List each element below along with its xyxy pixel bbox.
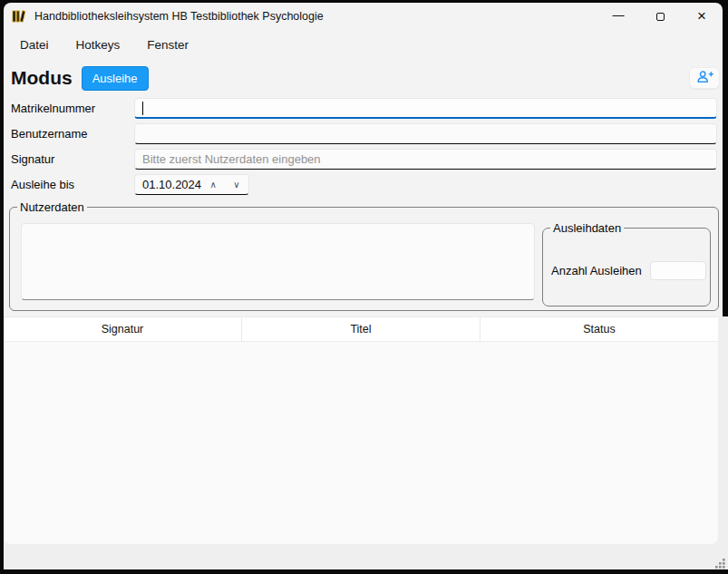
modus-label: Modus — [11, 67, 73, 89]
nutzerdaten-group-title: Nutzerdaten — [17, 200, 87, 214]
mode-row: Modus Ausleihe — [11, 64, 723, 92]
chevron-down-icon: ∨ — [233, 180, 239, 190]
books-icon — [12, 9, 26, 24]
close-button[interactable]: × — [681, 3, 723, 30]
minimize-button[interactable]: — — [597, 3, 639, 30]
menu-fenster[interactable]: Fenster — [147, 38, 189, 52]
maximize-icon — [656, 13, 665, 21]
close-icon: × — [697, 7, 706, 25]
chevron-up-icon: ∧ — [209, 180, 216, 190]
resize-grip-icon[interactable] — [713, 557, 726, 569]
date-increment-button[interactable]: ∧ — [201, 180, 225, 190]
anzahl-ausleihen-row: Anzahl Ausleihen — [551, 261, 706, 280]
text-caret — [142, 102, 143, 115]
anzahl-ausleihen-label: Anzahl Ausleihen — [551, 264, 642, 277]
app-window-bottom: Signatur Titel Status — [4, 316, 728, 569]
signatur-input[interactable] — [134, 149, 717, 170]
app-window-top: Handbibliotheksleihsystem HB Testbibliot… — [4, 3, 723, 316]
loan-form: Matrikelnummer Benutzername Signatur Aus… — [4, 98, 723, 195]
matrikelnummer-label: Matrikelnummer — [11, 98, 134, 115]
minimize-icon: — — [613, 8, 625, 22]
column-header-status[interactable]: Status — [480, 317, 718, 341]
maximize-button[interactable] — [639, 3, 681, 30]
titlebar[interactable]: Handbibliotheksleihsystem HB Testbibliot… — [4, 3, 723, 30]
date-decrement-button[interactable]: ∨ — [225, 180, 248, 190]
signatur-label: Signatur — [11, 149, 134, 166]
ausleihe-bis-value: 01.10.2024 — [135, 178, 201, 191]
ausleihdaten-groupbox: Ausleihdaten Anzahl Ausleihen — [542, 228, 711, 306]
matrikelnummer-input[interactable] — [134, 98, 717, 119]
anzahl-ausleihen-input[interactable] — [650, 261, 706, 280]
ausleihdaten-group-title: Ausleihdaten — [550, 221, 624, 235]
signatur-row: Signatur — [11, 149, 717, 170]
window-title: Handbibliotheksleihsystem HB Testbibliot… — [34, 10, 324, 23]
menubar: Datei Hotkeys Fenster — [4, 30, 723, 56]
menu-hotkeys[interactable]: Hotkeys — [76, 38, 121, 52]
benutzername-row: Benutzername — [11, 123, 717, 144]
nutzerdaten-textarea[interactable] — [21, 223, 535, 300]
nutzerdaten-groupbox: Nutzerdaten Ausleihdaten Anzahl Ausleihe… — [9, 207, 719, 311]
results-table-body — [4, 342, 718, 544]
person-add-icon — [695, 70, 713, 87]
matrikelnummer-row: Matrikelnummer — [11, 98, 717, 119]
column-header-signatur[interactable]: Signatur — [4, 317, 241, 341]
ausleihe-bis-row: Ausleihe bis 01.10.2024 ∧ ∨ — [11, 174, 717, 195]
ausleihe-bis-label: Ausleihe bis — [11, 174, 134, 191]
window-controls: — × — [597, 3, 723, 30]
results-table-header: Signatur Titel Status — [4, 316, 718, 342]
benutzername-label: Benutzername — [11, 123, 134, 141]
ausleihe-bis-date-spinner[interactable]: 01.10.2024 ∧ ∨ — [134, 174, 249, 195]
column-header-titel[interactable]: Titel — [241, 317, 480, 341]
ausleihe-mode-button[interactable]: Ausleihe — [82, 66, 149, 91]
benutzername-input[interactable] — [134, 123, 717, 144]
menu-datei[interactable]: Datei — [20, 38, 49, 52]
add-user-button[interactable] — [689, 67, 720, 89]
